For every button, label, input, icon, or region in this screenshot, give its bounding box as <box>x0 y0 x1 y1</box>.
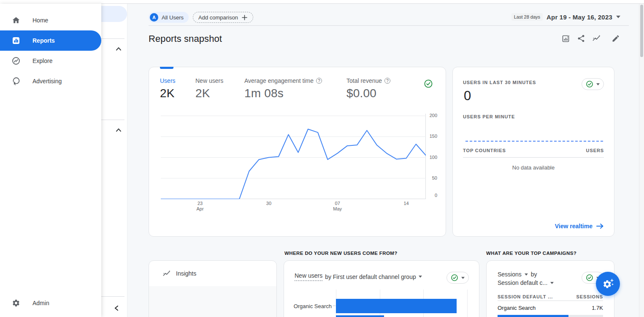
data-quality-check-icon[interactable] <box>424 79 433 88</box>
collapse-panel-icon[interactable] <box>111 303 122 313</box>
chevron-down-icon <box>419 276 422 278</box>
subnav-selected-item-highlight[interactable] <box>101 6 127 22</box>
chevron-down-icon <box>525 273 528 276</box>
analytics-app: Home Reports Explore <box>0 0 644 317</box>
scrollbar-thumb[interactable] <box>640 5 643 57</box>
users-per-minute-label: USERS PER MINUTE <box>463 114 515 119</box>
collapse-section-icon[interactable] <box>114 125 124 135</box>
new-users-channel-card: New users by First user default channel … <box>284 260 479 317</box>
table-header-divider <box>498 301 603 301</box>
reports-subnav-panel <box>101 4 127 317</box>
edit-icon[interactable] <box>612 34 620 43</box>
axis-tick <box>333 306 336 306</box>
y-tick-label: 150 <box>425 134 437 139</box>
sidebar-item-reports[interactable]: Reports <box>0 30 101 51</box>
metric-label: Users <box>160 77 176 84</box>
subnav-divider <box>101 120 124 120</box>
by-label: by <box>531 270 537 279</box>
report-main-area: A All Users Add comparison Last 28 days … <box>127 4 639 317</box>
metric-tab-total-revenue[interactable]: Total revenue ? $0.00 <box>346 77 390 100</box>
y-tick-label: 100 <box>425 155 437 160</box>
date-preset-badge: Last 28 days <box>511 13 543 21</box>
sidebar-item-label: Advertising <box>32 78 62 85</box>
sidebar-item-label: Explore <box>32 57 52 64</box>
view-realtime-label: View realtime <box>555 223 593 230</box>
insights-icon <box>162 270 170 278</box>
subnav-divider <box>101 38 124 39</box>
all-users-chip[interactable]: A All Users <box>149 12 189 23</box>
check-circle-icon <box>586 274 593 281</box>
insights-body: Your Insights will appear here soon. <box>149 286 276 317</box>
insights-card: Insights Your Insights will appear here … <box>149 260 277 317</box>
users-line-chart <box>161 114 426 199</box>
x-tick-label: 14 <box>403 201 409 206</box>
arrow-right-icon <box>596 223 604 229</box>
home-icon <box>12 16 20 25</box>
row-bar-track <box>498 315 603 317</box>
bar-second-channel <box>336 315 384 317</box>
table-row[interactable]: Organic Search 1.7K <box>498 305 603 311</box>
realtime-card: USERS IN LAST 30 MINUTES 0 USERS PER MIN… <box>452 67 614 237</box>
top-campaigns-card: Sessions by Session default c... SESSION… <box>486 260 614 317</box>
y-tick-label: 200 <box>425 113 437 118</box>
metric-value: 2K <box>160 87 176 100</box>
add-comparison-label: Add comparison <box>198 14 238 21</box>
sidebar-item-home[interactable]: Home <box>0 10 101 30</box>
section-heading-acquisition: WHERE DO YOUR NEW USERS COME FROM? <box>284 251 398 256</box>
data-quality-pill[interactable] <box>446 272 469 284</box>
active-metric-tab-indicator <box>160 67 173 69</box>
add-comparison-button[interactable]: Add comparison <box>193 12 253 23</box>
title-divider <box>149 25 629 26</box>
help-icon[interactable]: ? <box>316 78 322 84</box>
x-tick-label: 30 <box>266 201 271 206</box>
metric-tab-new-users[interactable]: New users 2K <box>195 77 223 100</box>
metric-value: 2K <box>195 87 223 100</box>
x-axis-labels: 23Apr3007May14 <box>161 201 426 213</box>
collapse-section-icon[interactable] <box>114 44 124 54</box>
chevron-down-icon <box>461 277 465 279</box>
users-last-30min-value: 0 <box>464 88 471 104</box>
campaigns-table-header: SESSION DEFAULT ... SESSIONS <box>498 294 603 299</box>
bar-category-label: Organic Search <box>284 303 332 309</box>
overview-card: Users 2K New users 2K Average engagement… <box>149 67 446 237</box>
check-circle-icon <box>451 274 458 281</box>
metric-label: Total revenue <box>346 77 382 84</box>
metric-tab-users[interactable]: Users 2K <box>160 77 176 100</box>
metric-value: 1m 08s <box>244 87 322 100</box>
channels-card-title[interactable]: New users by First user default channel … <box>295 272 422 281</box>
metric-tab-avg-engagement-time[interactable]: Average engagement time ? 1m 08s <box>244 77 322 100</box>
subnav-divider <box>101 296 124 297</box>
customize-report-icon[interactable] <box>562 34 570 43</box>
insights-fab-button[interactable] <box>596 272 620 296</box>
chevron-down-icon <box>596 83 600 85</box>
metric-label: New users <box>195 77 223 84</box>
sidebar-item-advertising[interactable]: Advertising <box>0 71 101 91</box>
realtime-title: USERS IN LAST 30 MINUTES <box>463 80 536 85</box>
sessions-column-header: SESSIONS <box>576 294 603 299</box>
y-tick-label: 0 <box>425 193 437 198</box>
campaigns-card-title: Sessions by Session default c... <box>498 270 554 287</box>
metric-selector[interactable]: New users <box>295 272 322 281</box>
sidebar-item-admin[interactable]: Admin <box>0 293 101 313</box>
share-icon[interactable] <box>577 34 585 43</box>
help-icon[interactable]: ? <box>384 78 390 84</box>
date-range-selector[interactable]: Last 28 days Apr 19 - May 16, 2023 <box>511 13 620 21</box>
vertical-scrollbar <box>639 4 644 317</box>
reports-icon <box>12 36 20 45</box>
realtime-table-header: TOP COUNTRIES USERS <box>463 148 604 153</box>
metric-selector[interactable]: Sessions <box>498 270 522 279</box>
plus-icon <box>241 14 248 21</box>
insights-icon[interactable] <box>592 34 601 43</box>
bar-organic-search <box>336 299 457 313</box>
view-realtime-link[interactable]: View realtime <box>555 223 604 230</box>
sidebar-item-explore[interactable]: Explore <box>0 51 101 71</box>
advertising-icon <box>12 77 20 85</box>
primary-nav-flyout: Home Reports Explore <box>0 4 101 317</box>
gear-sparkle-icon <box>601 277 615 291</box>
metric-label: Average engagement time <box>244 77 314 84</box>
dimension-selector[interactable]: Session default c... <box>498 279 547 287</box>
gear-icon <box>12 299 20 307</box>
sidebar-item-label: Reports <box>32 37 55 44</box>
horizontal-bar-chart <box>336 290 467 317</box>
data-quality-pill[interactable] <box>582 78 604 90</box>
